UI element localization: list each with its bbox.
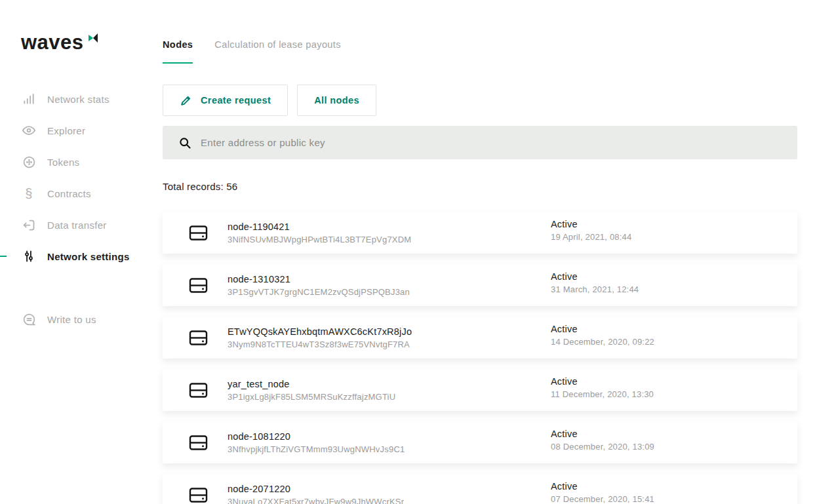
node-info: yar_test_node 3P1igxLg8jkF85LSM5MRSuKzzf… xyxy=(228,379,395,402)
sidebar-item-label: Contracts xyxy=(47,188,91,199)
sidebar-item-tokens[interactable]: Tokens xyxy=(0,146,163,178)
node-name: node-1310321 xyxy=(228,274,410,284)
node-row[interactable]: node-1190421 3NifNSUvMBJWpgHPwtBTi4L3BT7… xyxy=(163,212,797,254)
create-request-label: Create request xyxy=(201,95,271,106)
node-status-badge: Active xyxy=(551,481,654,492)
search-input[interactable] xyxy=(201,137,765,148)
search-icon xyxy=(178,136,191,149)
server-icon xyxy=(189,330,208,346)
node-status: Active 14 December, 2020, 09:22 xyxy=(551,324,654,347)
section-sign-icon: § xyxy=(22,186,36,201)
sidebar-item-label: Explorer xyxy=(47,125,85,136)
node-info: node-2071220 3NuvaLo7XXFat5xr7wbvJFw9w9J… xyxy=(228,484,404,504)
total-records-count: 56 xyxy=(226,181,237,192)
node-address: 3Nym9N8TcTTEU4wT3Sz8f3wE75VNvtgF7RA xyxy=(228,339,412,349)
node-date: 31 March, 2021, 12:44 xyxy=(551,284,639,294)
node-row[interactable]: node-1081220 3NfhvpjkjfLThZiVGTMmm93UwgN… xyxy=(163,421,797,463)
node-status-badge: Active xyxy=(551,376,654,387)
pencil-icon xyxy=(180,94,192,107)
node-address: 3NuvaLo7XXFat5xr7wbvJFw9w9JhWWcrKSr xyxy=(228,497,404,504)
server-icon xyxy=(189,225,208,241)
waves-logo-text: waves xyxy=(21,33,84,52)
node-status: Active 07 December, 2020, 15:41 xyxy=(551,481,654,504)
sidebar-item-label: Network stats xyxy=(47,94,109,105)
node-status-badge: Active xyxy=(551,271,639,282)
search-bar xyxy=(163,126,797,159)
node-date: 11 December, 2020, 13:30 xyxy=(551,389,654,399)
node-row[interactable]: node-1310321 3P1SgvVTJK7grgNC1EM2zvQSdjP… xyxy=(163,264,797,306)
main-content: Nodes Calculation of lease payouts Creat… xyxy=(163,0,797,504)
node-status: Active 31 March, 2021, 12:44 xyxy=(551,271,639,294)
node-name: ETwYQQskAYEhxbqtmAWXC6cKt7xR8jJo xyxy=(228,326,412,337)
node-address: 3NfhvpjkjfLThZiVGTMmm93UwgNWHvJs9C1 xyxy=(228,444,405,454)
tab-nodes[interactable]: Nodes xyxy=(163,39,193,64)
server-icon xyxy=(189,435,208,451)
sidebar-item-contracts[interactable]: § Contracts xyxy=(0,178,163,209)
sidebar-item-label: Data transfer xyxy=(47,220,107,231)
node-address: 3P1SgvVTJK7grgNC1EM2zvQSdjPSPQBJ3an xyxy=(228,287,410,297)
node-name: node-1081220 xyxy=(228,431,405,442)
tab-lease-payouts[interactable]: Calculation of lease payouts xyxy=(214,39,341,64)
node-status-badge: Active xyxy=(551,219,631,229)
sidebar-item-data-transfer[interactable]: Data transfer xyxy=(0,209,163,241)
sliders-icon xyxy=(22,249,36,263)
node-date: 08 December, 2020, 13:09 xyxy=(551,442,654,452)
waves-logo[interactable]: waves xyxy=(21,33,163,52)
node-status-badge: Active xyxy=(551,324,654,334)
node-status: Active 11 December, 2020, 13:30 xyxy=(551,376,654,399)
node-name: yar_test_node xyxy=(228,379,395,389)
total-records: Total records: 56 xyxy=(163,181,797,192)
bar-chart-icon xyxy=(22,92,36,106)
node-info: node-1081220 3NfhvpjkjfLThZiVGTMmm93UwgN… xyxy=(228,431,405,454)
node-address: 3NifNSUvMBJWpgHPwtBTi4L3BT7EpVg7XDM xyxy=(228,235,411,244)
node-info: node-1190421 3NifNSUvMBJWpgHPwtBTi4L3BT7… xyxy=(228,222,411,244)
node-list: node-1190421 3NifNSUvMBJWpgHPwtBTi4L3BT7… xyxy=(163,212,797,504)
tab-bar: Nodes Calculation of lease payouts xyxy=(163,39,797,64)
node-info: ETwYQQskAYEhxbqtmAWXC6cKt7xR8jJo 3Nym9N8… xyxy=(228,326,412,349)
toolbar: Create request All nodes xyxy=(163,85,797,116)
chat-bubble-icon xyxy=(22,312,36,326)
node-date: 19 April, 2021, 08:44 xyxy=(551,232,631,242)
server-icon xyxy=(189,382,208,398)
sidebar-item-label: Tokens xyxy=(47,157,79,168)
eye-icon xyxy=(22,123,36,138)
node-address: 3P1igxLg8jkF85LSM5MRSuKzzffajzMGTiU xyxy=(228,392,395,402)
node-status: Active 19 April, 2021, 08:44 xyxy=(551,219,631,242)
node-row[interactable]: ETwYQQskAYEhxbqtmAWXC6cKt7xR8jJo 3Nym9N8… xyxy=(163,317,797,359)
node-status-badge: Active xyxy=(551,429,654,439)
node-status: Active 08 December, 2020, 13:09 xyxy=(551,429,654,452)
all-nodes-button[interactable]: All nodes xyxy=(297,85,376,116)
bowtie-mark-icon xyxy=(89,33,98,45)
sidebar-item-explorer[interactable]: Explorer xyxy=(0,115,163,146)
sidebar-item-network-settings[interactable]: Network settings xyxy=(0,241,163,272)
node-date: 14 December, 2020, 09:22 xyxy=(551,337,654,347)
server-icon xyxy=(189,277,208,294)
server-icon xyxy=(189,487,208,503)
sidebar-item-label: Write to us xyxy=(47,314,96,325)
all-nodes-label: All nodes xyxy=(314,95,359,106)
create-request-button[interactable]: Create request xyxy=(163,85,288,116)
node-row[interactable]: yar_test_node 3P1igxLg8jkF85LSM5MRSuKzzf… xyxy=(163,369,797,411)
tab-label: Calculation of lease payouts xyxy=(214,39,341,50)
node-row[interactable]: node-2071220 3NuvaLo7XXFat5xr7wbvJFw9w9J… xyxy=(163,474,797,504)
total-records-label: Total records: xyxy=(163,181,224,192)
node-date: 07 December, 2020, 15:41 xyxy=(551,494,654,504)
sidebar-item-label: Network settings xyxy=(47,251,130,262)
sidebar-item-network-stats[interactable]: Network stats xyxy=(0,83,163,115)
sidebar-item-write-to-us[interactable]: Write to us xyxy=(0,303,163,335)
door-exit-icon xyxy=(22,218,36,232)
tab-label: Nodes xyxy=(163,39,193,50)
node-info: node-1310321 3P1SgvVTJK7grgNC1EM2zvQSdjP… xyxy=(228,274,410,297)
sidebar: waves Network stats Explorer Tokens § Co… xyxy=(0,0,163,504)
node-name: node-1190421 xyxy=(228,222,411,232)
token-circle-icon xyxy=(22,155,36,169)
sidebar-nav: Network stats Explorer Tokens § Contract… xyxy=(0,83,163,335)
node-name: node-2071220 xyxy=(228,484,404,494)
